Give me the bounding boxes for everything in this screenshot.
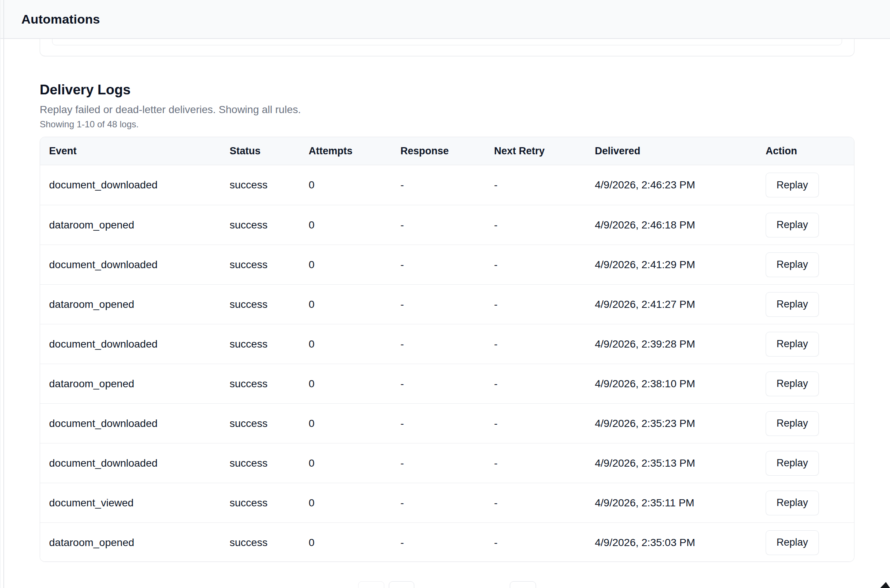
cell-response: - [401,179,494,191]
sidebar-divider [3,0,4,588]
column-header-response: Response [401,146,494,157]
cell-next-retry: - [494,378,595,390]
delivery-logs-section: Delivery Logs Replay failed or dead-lett… [40,82,854,130]
table-row: dataroom_opened success 0 - - 4/9/2026, … [40,364,854,404]
replay-button[interactable]: Replay [765,372,819,396]
cell-status: success [230,259,309,271]
section-title: Delivery Logs [40,82,854,98]
cell-delivered: 4/9/2026, 2:46:23 PM [595,179,765,191]
cell-delivered: 4/9/2026, 2:35:13 PM [595,457,765,469]
cell-delivered: 4/9/2026, 2:41:29 PM [595,259,765,271]
replay-button[interactable]: Replay [765,332,819,357]
cell-response: - [401,338,494,350]
cell-event: document_downloaded [49,457,230,469]
cell-attempts: 0 [309,497,401,509]
cell-next-retry: - [494,179,595,191]
cell-delivered: 4/9/2026, 2:39:28 PM [595,338,765,350]
table-row: document_downloaded success 0 - - 4/9/20… [40,165,854,205]
column-header-event: Event [49,146,230,157]
cell-response: - [401,418,494,430]
cell-delivered: 4/9/2026, 2:46:18 PM [595,219,765,231]
table-header-row: Event Status Attempts Response Next Retr… [40,137,854,165]
cell-event: document_downloaded [49,179,230,191]
cell-next-retry: - [494,259,595,271]
pagination-previous-button[interactable] [358,581,384,588]
cell-next-retry: - [494,418,595,430]
cell-event: dataroom_opened [49,537,230,549]
cell-event: document_downloaded [49,338,230,350]
column-header-action: Action [765,146,845,157]
cell-delivered: 4/9/2026, 2:35:11 PM [595,497,765,509]
cell-response: - [401,219,494,231]
left-edge-line [0,0,1,588]
cell-event: document_downloaded [49,259,230,271]
cell-status: success [230,298,309,310]
cell-status: success [230,537,309,549]
cell-attempts: 0 [309,259,401,271]
table-row: dataroom_opened success 0 - - 4/9/2026, … [40,205,854,244]
mouse-cursor [880,582,890,588]
table-row: dataroom_opened success 0 - - 4/9/2026, … [40,284,854,324]
cell-attempts: 0 [309,219,401,231]
cell-status: success [230,219,309,231]
cell-event: document_downloaded [49,418,230,430]
cell-next-retry: - [494,298,595,310]
cell-response: - [401,457,494,469]
pagination-summary: Showing 1-10 of 48 logs. [40,119,854,130]
cell-status: success [230,179,309,191]
section-subtitle: Replay failed or dead-letter deliveries.… [40,104,854,116]
cell-delivered: 4/9/2026, 2:35:03 PM [595,537,765,549]
cell-attempts: 0 [309,338,401,350]
replay-button[interactable]: Replay [765,213,819,237]
table-row: document_downloaded success 0 - - 4/9/20… [40,244,854,284]
cell-status: success [230,497,309,509]
pagination-next-button[interactable] [510,581,536,588]
cell-event: dataroom_opened [49,298,230,310]
replay-button[interactable]: Replay [765,451,819,476]
cell-response: - [401,298,494,310]
cell-status: success [230,418,309,430]
replay-button[interactable]: Replay [765,172,819,197]
column-header-delivered: Delivered [595,146,765,157]
table-row: dataroom_opened success 0 - - 4/9/2026, … [40,522,854,562]
cell-delivered: 4/9/2026, 2:41:27 PM [595,298,765,310]
cell-attempts: 0 [309,179,401,191]
cell-attempts: 0 [309,378,401,390]
page-title: Automations [21,12,100,27]
replay-button[interactable]: Replay [765,252,819,277]
column-header-attempts: Attempts [309,146,401,157]
cell-next-retry: - [494,457,595,469]
cell-next-retry: - [494,338,595,350]
replay-button[interactable]: Replay [765,292,819,317]
cell-attempts: 0 [309,298,401,310]
cell-attempts: 0 [309,457,401,469]
table-row: document_viewed success 0 - - 4/9/2026, … [40,483,854,522]
cell-attempts: 0 [309,537,401,549]
cell-event: dataroom_opened [49,219,230,231]
replay-button[interactable]: Replay [765,490,819,515]
cell-next-retry: - [494,219,595,231]
cell-event: dataroom_opened [49,378,230,390]
table-row: document_downloaded success 0 - - 4/9/20… [40,443,854,483]
cell-status: success [230,338,309,350]
column-header-status: Status [230,146,309,157]
table-row: document_downloaded success 0 - - 4/9/20… [40,404,854,443]
replay-button[interactable]: Replay [765,411,819,436]
replay-button[interactable]: Replay [765,530,819,555]
cell-response: - [401,537,494,549]
cell-attempts: 0 [309,418,401,430]
cell-delivered: 4/9/2026, 2:35:23 PM [595,418,765,430]
cell-delivered: 4/9/2026, 2:38:10 PM [595,378,765,390]
column-header-next-retry: Next Retry [494,146,595,157]
cell-next-retry: - [494,537,595,549]
logs-table-card: Event Status Attempts Response Next Retr… [40,137,854,562]
cell-response: - [401,497,494,509]
cell-response: - [401,259,494,271]
cell-next-retry: - [494,497,595,509]
top-bar: Automations [0,0,890,39]
cell-event: document_viewed [49,497,230,509]
pagination-page-button[interactable] [389,581,414,588]
cell-status: success [230,457,309,469]
cell-status: success [230,378,309,390]
cell-response: - [401,378,494,390]
